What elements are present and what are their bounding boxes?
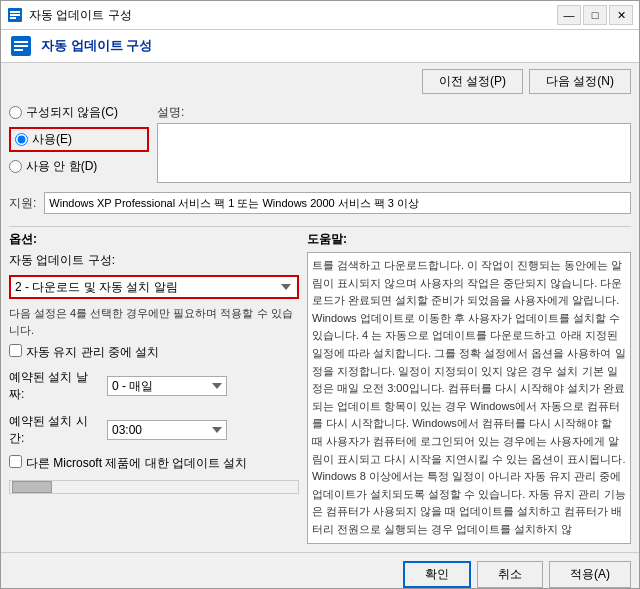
top-section: 구성되지 않음(C) 사용(E) 사용 안 함(D) 설명: xyxy=(9,104,631,186)
window-icon xyxy=(7,7,23,23)
description-section: 설명: xyxy=(157,104,631,186)
auto-update-select[interactable]: 2 - 다운로드 및 자동 설치 알림 3 - 자동 다운로드 및 설치 알림 … xyxy=(11,277,297,297)
maximize-button[interactable]: □ xyxy=(583,5,607,25)
schedule-date-select[interactable]: 0 - 매일 1 - 일요일 2 - 월요일 xyxy=(107,376,227,396)
auto-update-label: 자동 업데이트 구성: xyxy=(9,252,299,269)
schedule-time-label: 예약된 설치 시간: xyxy=(9,413,99,447)
bottom-section: 자동 업데이트 구성: 2 - 다운로드 및 자동 설치 알림 3 - 자동 다… xyxy=(9,252,631,544)
option-description: 다음 설정은 4를 선택한 경우에만 필요하며 적용할 수 있습니다. xyxy=(9,305,299,338)
radio-disabled-label: 사용 안 함(D) xyxy=(26,158,97,175)
options-label: 옵션: xyxy=(9,231,299,248)
checkbox-microsoft[interactable]: 다른 Microsoft 제품에 대한 업데이트 설치 xyxy=(9,455,299,472)
scrollbar-thumb-horizontal xyxy=(12,481,52,493)
checkbox-maintenance[interactable]: 자동 유지 관리 중에 설치 xyxy=(9,344,299,361)
checkbox-maintenance-input[interactable] xyxy=(9,344,22,357)
radio-enabled-label: 사용(E) xyxy=(32,131,72,148)
apply-button[interactable]: 적용(A) xyxy=(549,561,631,588)
checkbox-maintenance-label: 자동 유지 관리 중에 설치 xyxy=(26,344,159,361)
schedule-time-select[interactable]: 03:00 00:00 06:00 xyxy=(107,420,227,440)
svg-rect-3 xyxy=(10,17,16,19)
divider xyxy=(9,226,631,227)
radio-not-configured-input[interactable] xyxy=(9,106,22,119)
left-panel: 자동 업데이트 구성: 2 - 다운로드 및 자동 설치 알림 3 - 자동 다… xyxy=(9,252,299,544)
right-panel: 트를 검색하고 다운로드합니다. 이 작업이 진행되는 동안에는 알림이 표시되… xyxy=(307,252,631,544)
help-scroll-area: 트를 검색하고 다운로드합니다. 이 작업이 진행되는 동안에는 알림이 표시되… xyxy=(307,252,631,544)
horizontal-scrollbar[interactable] xyxy=(9,480,299,494)
radio-section: 구성되지 않음(C) 사용(E) 사용 안 함(D) xyxy=(9,104,149,186)
radio-not-configured-label: 구성되지 않음(C) xyxy=(26,104,118,121)
help-label: 도움말: xyxy=(307,231,631,248)
support-section: 지원: Windows XP Professional 서비스 팩 1 또는 W… xyxy=(9,192,631,214)
title-bar-left: 자동 업데이트 구성 xyxy=(7,7,132,24)
radio-disabled[interactable]: 사용 안 함(D) xyxy=(9,158,149,175)
radio-not-configured[interactable]: 구성되지 않음(C) xyxy=(9,104,149,121)
next-settings-button[interactable]: 다음 설정(N) xyxy=(529,69,631,94)
title-buttons: — □ ✕ xyxy=(557,5,633,25)
footer-buttons: 확인 취소 적용(A) xyxy=(1,552,639,590)
nav-buttons: 이전 설정(P) 다음 설정(N) xyxy=(1,63,639,100)
cancel-button[interactable]: 취소 xyxy=(477,561,543,588)
svg-rect-7 xyxy=(14,49,23,51)
description-textarea[interactable] xyxy=(157,123,631,183)
title-bar: 자동 업데이트 구성 — □ ✕ xyxy=(1,1,639,30)
help-text-content[interactable]: 트를 검색하고 다운로드합니다. 이 작업이 진행되는 동안에는 알림이 표시되… xyxy=(307,252,631,544)
support-label: 지원: xyxy=(9,195,36,212)
header-title: 자동 업데이트 구성 xyxy=(41,37,152,55)
svg-rect-6 xyxy=(14,45,28,47)
support-value: Windows XP Professional 서비스 팩 1 또는 Windo… xyxy=(44,192,631,214)
close-button[interactable]: ✕ xyxy=(609,5,633,25)
checkbox-microsoft-label: 다른 Microsoft 제품에 대한 업데이트 설치 xyxy=(26,455,247,472)
dropdown-row: 2 - 다운로드 및 자동 설치 알림 3 - 자동 다운로드 및 설치 알림 … xyxy=(9,275,299,299)
description-label: 설명: xyxy=(157,104,631,121)
svg-rect-5 xyxy=(14,41,28,43)
svg-rect-2 xyxy=(10,14,20,16)
schedule-date-label: 예약된 설치 날짜: xyxy=(9,369,99,403)
svg-rect-1 xyxy=(10,11,20,13)
ok-button[interactable]: 확인 xyxy=(403,561,471,588)
header-bar: 자동 업데이트 구성 xyxy=(1,30,639,63)
radio-enabled-input[interactable] xyxy=(15,133,28,146)
radio-enabled[interactable]: 사용(E) xyxy=(9,127,149,152)
main-window: 자동 업데이트 구성 — □ ✕ 자동 업데이트 구성 이전 설정(P) 다음 … xyxy=(0,0,640,589)
window-title: 자동 업데이트 구성 xyxy=(29,7,132,24)
minimize-button[interactable]: — xyxy=(557,5,581,25)
schedule-date-row: 예약된 설치 날짜: 0 - 매일 1 - 일요일 2 - 월요일 xyxy=(9,369,299,403)
schedule-time-row: 예약된 설치 시간: 03:00 00:00 06:00 xyxy=(9,413,299,447)
checkbox-microsoft-input[interactable] xyxy=(9,455,22,468)
prev-settings-button[interactable]: 이전 설정(P) xyxy=(422,69,523,94)
content-area: 구성되지 않음(C) 사용(E) 사용 안 함(D) 설명: 지원: Windo… xyxy=(1,100,639,548)
header-icon xyxy=(9,34,33,58)
radio-disabled-input[interactable] xyxy=(9,160,22,173)
